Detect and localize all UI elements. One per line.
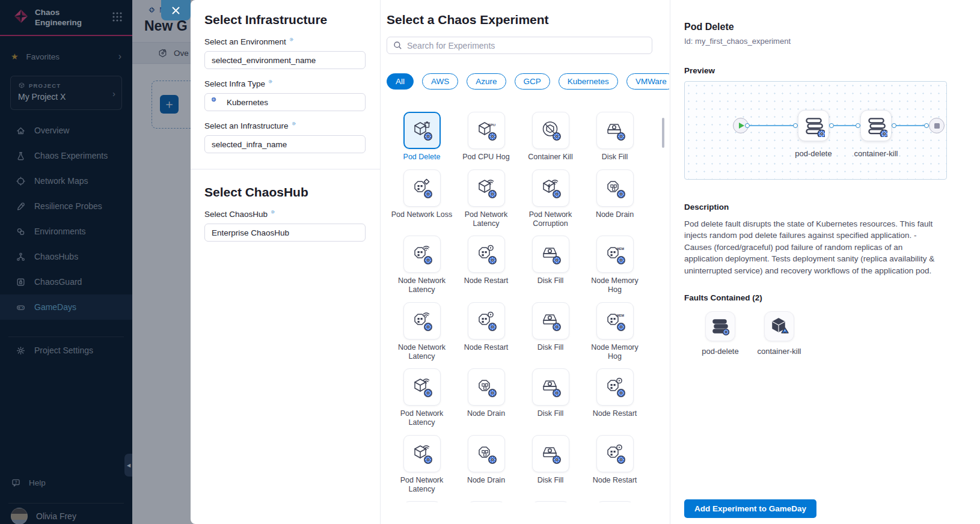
experiment-filters: AllAWSAzureGCPKubernetesVMWare bbox=[387, 73, 669, 90]
kubernetes-icon bbox=[212, 97, 221, 107]
cube-wifi-icon bbox=[476, 177, 497, 199]
pipeline-fault-node[interactable] bbox=[798, 110, 829, 141]
pipeline-fault-node[interactable] bbox=[860, 110, 892, 141]
connector-dot bbox=[856, 123, 860, 128]
experiment-card[interactable]: Node Drain bbox=[454, 501, 518, 502]
experiment-card-label: Node Restart bbox=[455, 276, 518, 285]
disk-icon bbox=[540, 376, 562, 398]
info-icon[interactable]: i bbox=[271, 210, 280, 219]
experiment-card-label: Pod Delete bbox=[391, 153, 453, 162]
experiment-card[interactable]: Disk Fill bbox=[518, 435, 583, 494]
cube-wifi-icon bbox=[411, 443, 433, 465]
experiment-card[interactable]: Node Network Latency bbox=[390, 236, 454, 294]
experiment-card[interactable]: Node Restart bbox=[583, 435, 647, 494]
experiment-card[interactable]: Disk Fill bbox=[583, 112, 647, 162]
chaoshub-select[interactable]: Enterprise ChaosHub bbox=[204, 224, 366, 242]
svg-text:CPU: CPU bbox=[488, 123, 495, 127]
filter-chip-vmware[interactable]: VMWare bbox=[626, 73, 669, 90]
experiment-card[interactable]: Pod Network Latency bbox=[390, 501, 454, 502]
svg-text:i: i bbox=[270, 80, 271, 82]
experiment-card-label: Node Memory Hog bbox=[584, 276, 646, 294]
experiment-card[interactable]: Disk Fill bbox=[518, 302, 583, 361]
filter-chip-kubernetes[interactable]: Kubernetes bbox=[559, 73, 618, 90]
experiment-card[interactable]: MEMNode Memory Hog bbox=[583, 302, 647, 361]
experiment-grid: Pod DeleteCPUPod CPU HogContainer KillDi… bbox=[387, 112, 657, 502]
svg-text:MEM: MEM bbox=[616, 313, 624, 317]
chaoshub-value: Enterprise ChaosHub bbox=[212, 228, 289, 237]
fault-item[interactable]: container-kill bbox=[750, 311, 808, 356]
infra-type-value: Kubernetes bbox=[227, 98, 268, 107]
experiment-card-label: Node Restart bbox=[455, 343, 518, 352]
experiment-card[interactable]: Node Restart bbox=[454, 302, 518, 361]
experiment-search[interactable] bbox=[387, 37, 652, 54]
filter-chip-azure[interactable]: Azure bbox=[467, 73, 506, 90]
infrastructure-title: Select Infrastructure bbox=[204, 13, 366, 27]
infrastructure-panel: Select Infrastructure Select an Environm… bbox=[191, 0, 380, 524]
info-icon[interactable]: i bbox=[269, 80, 277, 88]
experiment-card[interactable]: Pod Network Corruption bbox=[518, 169, 583, 228]
environment-field: Select an Environment i selected_environ… bbox=[204, 37, 366, 69]
experiment-card[interactable]: Node Restart bbox=[583, 501, 647, 502]
info-icon[interactable]: i bbox=[292, 122, 301, 130]
filter-chip-gcp[interactable]: GCP bbox=[515, 73, 550, 90]
fault-item[interactable]: pod-delete bbox=[691, 311, 749, 356]
environment-select[interactable]: selected_environment_name bbox=[204, 51, 366, 69]
modal-close-button[interactable] bbox=[161, 0, 191, 20]
pod-wifi-icon bbox=[411, 310, 433, 332]
container-kill-fault-icon bbox=[865, 114, 887, 137]
infrastructure-select[interactable]: selected_infra_name bbox=[204, 135, 366, 153]
filter-chip-all[interactable]: All bbox=[387, 73, 414, 90]
experiment-card[interactable]: Pod Network Latency bbox=[390, 435, 454, 494]
cube-trash-icon bbox=[411, 120, 433, 141]
experiment-card[interactable]: Pod Network Loss bbox=[390, 169, 454, 228]
experiment-card[interactable]: MEMNode Memory Hog bbox=[583, 236, 647, 294]
experiment-card[interactable]: Pod Network Latency bbox=[454, 169, 518, 228]
experiment-card-label: Node Network Latency bbox=[391, 276, 453, 294]
scrollbar-thumb[interactable] bbox=[662, 118, 664, 148]
experiment-card[interactable]: Node Drain bbox=[454, 435, 518, 494]
play-icon bbox=[739, 123, 744, 129]
fault-label: pod-delete bbox=[702, 347, 738, 356]
experiment-card-label: Pod Network Latency bbox=[391, 409, 453, 427]
experiment-card[interactable]: Container Kill bbox=[518, 112, 583, 162]
pod-delete-icon bbox=[709, 315, 731, 337]
experiment-title: Pod Delete bbox=[684, 22, 980, 32]
experiment-picker-title: Select a Chaos Experiment bbox=[387, 13, 670, 27]
experiment-card[interactable]: CPUPod CPU Hog bbox=[454, 112, 518, 162]
search-input[interactable] bbox=[407, 41, 646, 50]
pod-loss-icon bbox=[411, 177, 433, 199]
experiment-card[interactable]: Node Restart bbox=[583, 368, 647, 427]
experiment-card[interactable]: Pod Delete bbox=[390, 112, 454, 162]
experiment-card-label: Node Restart bbox=[584, 476, 646, 485]
pod-restart-icon bbox=[604, 443, 626, 465]
experiment-card[interactable]: Pod Network Latency bbox=[390, 368, 454, 427]
pod-mem-icon: MEM bbox=[604, 310, 626, 332]
experiment-card[interactable]: Node Drain bbox=[583, 169, 647, 228]
pipeline-node-label: container-kill bbox=[842, 149, 910, 158]
infrastructure-label: Select an Infrastructure bbox=[204, 121, 289, 130]
experiment-card-label: Pod Network Loss bbox=[391, 210, 453, 219]
pod-mem-icon: MEM bbox=[604, 243, 626, 265]
pod-restart-icon bbox=[604, 376, 626, 398]
pipeline-node-label: pod-delete bbox=[780, 149, 847, 158]
experiment-card[interactable]: Disk Fill bbox=[518, 236, 583, 294]
add-experiment-to-gameday-button[interactable]: Add Experiment to GameDay bbox=[684, 499, 816, 518]
gameday-experiment-modal: Select Infrastructure Select an Environm… bbox=[191, 0, 980, 524]
pod-restart-icon bbox=[476, 310, 497, 332]
infra-type-select[interactable]: Kubernetes bbox=[204, 93, 366, 111]
experiment-card[interactable]: Disk Fill bbox=[518, 368, 583, 427]
filter-chip-aws[interactable]: AWS bbox=[422, 73, 458, 90]
experiment-card[interactable]: Node Network Latency bbox=[390, 302, 454, 361]
description-text: Pod delete fault disrupts the state of K… bbox=[684, 218, 940, 276]
infrastructure-value: selected_infra_name bbox=[212, 140, 287, 149]
experiment-card[interactable]: Node Restart bbox=[454, 236, 518, 294]
experiment-card[interactable]: Disk Fill bbox=[518, 501, 583, 502]
connector-dot bbox=[924, 123, 929, 128]
info-icon[interactable]: i bbox=[290, 38, 298, 46]
cube-slash-icon bbox=[540, 120, 562, 141]
close-icon bbox=[171, 6, 180, 15]
environment-value: selected_environment_name bbox=[212, 56, 316, 65]
cube-corrupt-icon bbox=[540, 177, 562, 199]
experiment-card[interactable]: Node Drain bbox=[454, 368, 518, 427]
pipeline-end-node[interactable] bbox=[929, 118, 945, 133]
